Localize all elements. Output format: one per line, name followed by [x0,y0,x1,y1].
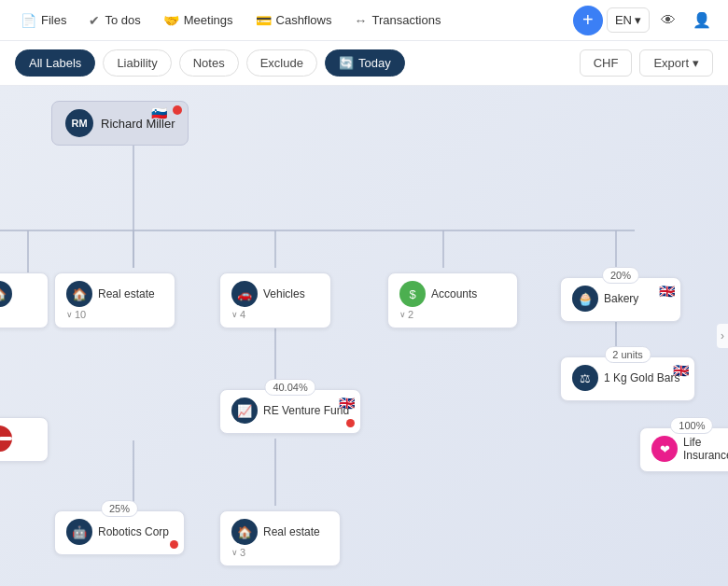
node-icon: 📈 [231,398,258,424]
node-title: Robotics Corp [98,525,169,538]
node-title: Life Insurance [683,436,728,462]
node-icon [0,426,12,452]
node-count: ∨ 3 [231,547,329,558]
node-icon: 🏠 [66,281,92,307]
node-bakery[interactable]: 20% 🧁 Bakery 🇬🇧 [560,277,681,322]
node-title: Accounts [431,287,477,300]
node-badge: 100% [670,417,713,434]
node-icon: 🚗 [231,281,258,307]
filter-liability[interactable]: Liability [103,49,171,77]
filter-today[interactable]: 🔄 Today [325,49,405,77]
node-title: Bakery [604,292,638,305]
node-badge: 25% [101,500,138,517]
node-title: Real estate [98,287,155,300]
flag-icon: 🇸🇮 [151,105,167,120]
root-node[interactable]: RM Richard Miller 🇸🇮 [51,101,189,146]
meetings-icon: 🤝 [163,13,179,28]
add-button[interactable]: + [573,6,603,35]
node-vehicles[interactable]: 🚗 Vehicles ∨ 4 [219,272,331,328]
chevron-down-icon: ▾ [693,56,699,70]
avatar: RM [65,109,93,137]
nav-meetings[interactable]: 🤝 Meetings [154,8,243,33]
node-title: Vehicles [263,287,305,300]
node-left-partial2[interactable] [0,417,49,462]
node-badge: 2 units [604,346,651,363]
node-badge: 20% [602,267,639,284]
nav-todos[interactable]: ✔ To dos [79,8,149,33]
canvas-area: RM Richard Miller 🇸🇮 🏠 ∨ 5 🏠 Real estate… [0,86,728,586]
node-count: ∨ 5 [0,309,36,320]
node-re-venture[interactable]: 40.04% 📈 RE Venture Fund 🇬🇧 [219,389,361,434]
top-navigation: 📄 Files ✔ To dos 🤝 Meetings 💳 Cashflows … [0,0,728,41]
node-accounts[interactable]: $ Accounts ∨ 2 [387,272,518,328]
files-icon: 📄 [21,13,36,28]
nav-cashflows[interactable]: 💳 Cashflows [246,8,342,33]
node-real-estate-1[interactable]: 🏠 Real estate ∨ 10 [54,272,175,328]
node-icon: 🧁 [572,286,598,312]
node-robotics[interactable]: 25% 🤖 Robotics Corp [54,510,185,555]
node-icon: ❤ [651,436,678,462]
cashflows-icon: 💳 [256,13,272,28]
node-count: ∨ 10 [66,309,163,320]
eye-button[interactable]: 👁 [653,6,683,35]
user-button[interactable]: 👤 [687,6,717,35]
node-gold-bars[interactable]: 2 units ⚖ 1 Kg Gold Bars 🇬🇧 [560,356,695,401]
node-badge: 40.04% [264,379,315,396]
node-count: ∨ 2 [399,309,506,320]
node-life-insurance[interactable]: 100% ❤ Life Insurance [639,427,728,472]
node-icon: ⚖ [572,365,598,391]
flag-icon: 🇬🇧 [339,396,355,411]
node-icon: 🏠 [0,281,12,307]
refresh-icon: 🔄 [339,56,354,70]
filter-notes[interactable]: Notes [179,49,239,77]
filter-all-labels[interactable]: All Labels [15,49,95,77]
node-left-partial[interactable]: 🏠 ∨ 5 [0,272,49,328]
filter-exclude[interactable]: Exclude [246,49,317,77]
node-title: 1 Kg Gold Bars [604,371,679,384]
node-icon: 🤖 [66,519,92,545]
node-title: RE Venture Fund [263,404,349,417]
currency-button[interactable]: CHF [580,49,633,77]
node-real-estate-2[interactable]: 🏠 Real estate ∨ 3 [219,510,341,566]
flag-icon: 🇬🇧 [673,363,689,378]
node-count: ∨ 4 [231,309,319,320]
language-selector[interactable]: EN ▾ [607,7,650,33]
chevron-down-icon: ▾ [635,13,641,27]
export-button[interactable]: Export ▾ [639,49,713,77]
filter-bar: All Labels Liability Notes Exclude 🔄 Tod… [0,41,728,86]
nav-files[interactable]: 📄 Files [11,8,76,33]
nav-transactions[interactable]: ↔ Transactions [344,8,450,33]
flag-icon: 🇬🇧 [659,284,675,299]
transactions-icon: ↔ [354,13,367,28]
node-title: Real estate [263,525,320,538]
node-icon: $ [399,281,426,307]
node-icon: 🏠 [231,519,258,545]
todos-icon: ✔ [89,13,100,28]
scroll-right-hint[interactable]: › [717,324,728,348]
